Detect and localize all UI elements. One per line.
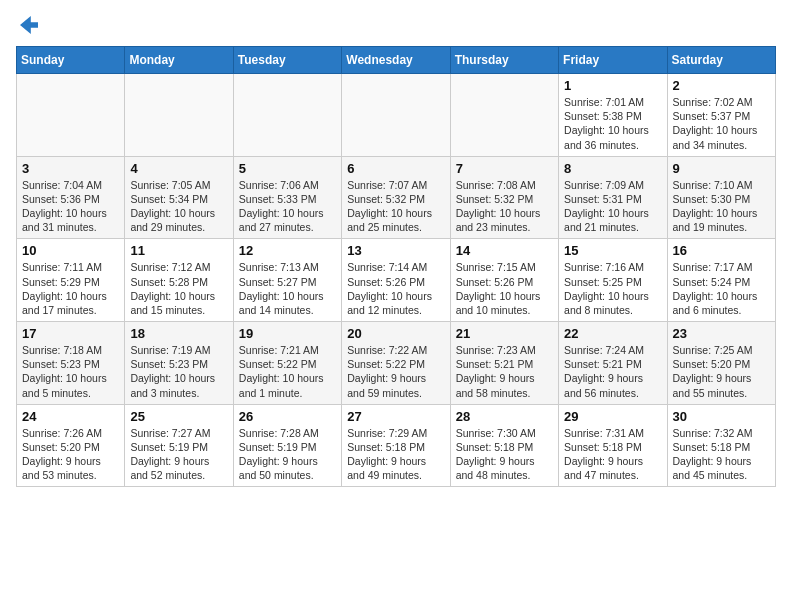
- calendar-cell: [17, 74, 125, 157]
- calendar-body: 1Sunrise: 7:01 AMSunset: 5:38 PMDaylight…: [17, 74, 776, 487]
- day-info: Sunrise: 7:21 AMSunset: 5:22 PMDaylight:…: [239, 343, 336, 400]
- calendar-cell: 30Sunrise: 7:32 AMSunset: 5:18 PMDayligh…: [667, 404, 775, 487]
- day-info: Sunrise: 7:22 AMSunset: 5:22 PMDaylight:…: [347, 343, 444, 400]
- day-number: 11: [130, 243, 227, 258]
- calendar-cell: 3Sunrise: 7:04 AMSunset: 5:36 PMDaylight…: [17, 156, 125, 239]
- day-number: 13: [347, 243, 444, 258]
- calendar-cell: 1Sunrise: 7:01 AMSunset: 5:38 PMDaylight…: [559, 74, 667, 157]
- calendar-cell: [125, 74, 233, 157]
- weekday-header: Thursday: [450, 47, 558, 74]
- calendar-cell: 28Sunrise: 7:30 AMSunset: 5:18 PMDayligh…: [450, 404, 558, 487]
- day-number: 14: [456, 243, 553, 258]
- calendar-cell: 27Sunrise: 7:29 AMSunset: 5:18 PMDayligh…: [342, 404, 450, 487]
- calendar-cell: 2Sunrise: 7:02 AMSunset: 5:37 PMDaylight…: [667, 74, 775, 157]
- calendar-cell: 23Sunrise: 7:25 AMSunset: 5:20 PMDayligh…: [667, 322, 775, 405]
- weekday-header: Saturday: [667, 47, 775, 74]
- day-info: Sunrise: 7:32 AMSunset: 5:18 PMDaylight:…: [673, 426, 770, 483]
- day-number: 18: [130, 326, 227, 341]
- calendar-header: SundayMondayTuesdayWednesdayThursdayFrid…: [17, 47, 776, 74]
- logo-icon: [20, 16, 38, 34]
- day-info: Sunrise: 7:07 AMSunset: 5:32 PMDaylight:…: [347, 178, 444, 235]
- calendar-cell: 15Sunrise: 7:16 AMSunset: 5:25 PMDayligh…: [559, 239, 667, 322]
- day-info: Sunrise: 7:13 AMSunset: 5:27 PMDaylight:…: [239, 260, 336, 317]
- calendar-cell: [233, 74, 341, 157]
- day-info: Sunrise: 7:16 AMSunset: 5:25 PMDaylight:…: [564, 260, 661, 317]
- day-info: Sunrise: 7:11 AMSunset: 5:29 PMDaylight:…: [22, 260, 119, 317]
- day-number: 5: [239, 161, 336, 176]
- day-info: Sunrise: 7:14 AMSunset: 5:26 PMDaylight:…: [347, 260, 444, 317]
- calendar-cell: 9Sunrise: 7:10 AMSunset: 5:30 PMDaylight…: [667, 156, 775, 239]
- day-info: Sunrise: 7:08 AMSunset: 5:32 PMDaylight:…: [456, 178, 553, 235]
- day-info: Sunrise: 7:04 AMSunset: 5:36 PMDaylight:…: [22, 178, 119, 235]
- day-info: Sunrise: 7:23 AMSunset: 5:21 PMDaylight:…: [456, 343, 553, 400]
- day-number: 3: [22, 161, 119, 176]
- day-number: 15: [564, 243, 661, 258]
- calendar-cell: 10Sunrise: 7:11 AMSunset: 5:29 PMDayligh…: [17, 239, 125, 322]
- weekday-header: Monday: [125, 47, 233, 74]
- calendar-cell: 19Sunrise: 7:21 AMSunset: 5:22 PMDayligh…: [233, 322, 341, 405]
- day-number: 1: [564, 78, 661, 93]
- day-info: Sunrise: 7:25 AMSunset: 5:20 PMDaylight:…: [673, 343, 770, 400]
- day-info: Sunrise: 7:29 AMSunset: 5:18 PMDaylight:…: [347, 426, 444, 483]
- logo: [16, 16, 38, 34]
- calendar-cell: 26Sunrise: 7:28 AMSunset: 5:19 PMDayligh…: [233, 404, 341, 487]
- calendar-cell: 11Sunrise: 7:12 AMSunset: 5:28 PMDayligh…: [125, 239, 233, 322]
- day-number: 28: [456, 409, 553, 424]
- day-info: Sunrise: 7:10 AMSunset: 5:30 PMDaylight:…: [673, 178, 770, 235]
- day-info: Sunrise: 7:19 AMSunset: 5:23 PMDaylight:…: [130, 343, 227, 400]
- day-number: 23: [673, 326, 770, 341]
- page-header: [16, 16, 776, 34]
- day-number: 22: [564, 326, 661, 341]
- day-info: Sunrise: 7:27 AMSunset: 5:19 PMDaylight:…: [130, 426, 227, 483]
- calendar-cell: [342, 74, 450, 157]
- calendar-cell: 24Sunrise: 7:26 AMSunset: 5:20 PMDayligh…: [17, 404, 125, 487]
- calendar-cell: 12Sunrise: 7:13 AMSunset: 5:27 PMDayligh…: [233, 239, 341, 322]
- day-number: 20: [347, 326, 444, 341]
- day-number: 17: [22, 326, 119, 341]
- day-info: Sunrise: 7:05 AMSunset: 5:34 PMDaylight:…: [130, 178, 227, 235]
- day-info: Sunrise: 7:30 AMSunset: 5:18 PMDaylight:…: [456, 426, 553, 483]
- calendar-cell: 29Sunrise: 7:31 AMSunset: 5:18 PMDayligh…: [559, 404, 667, 487]
- svg-marker-0: [20, 16, 38, 34]
- day-info: Sunrise: 7:28 AMSunset: 5:19 PMDaylight:…: [239, 426, 336, 483]
- day-info: Sunrise: 7:09 AMSunset: 5:31 PMDaylight:…: [564, 178, 661, 235]
- weekday-header: Friday: [559, 47, 667, 74]
- weekday-header: Sunday: [17, 47, 125, 74]
- calendar-cell: 7Sunrise: 7:08 AMSunset: 5:32 PMDaylight…: [450, 156, 558, 239]
- calendar-cell: 17Sunrise: 7:18 AMSunset: 5:23 PMDayligh…: [17, 322, 125, 405]
- calendar-cell: 18Sunrise: 7:19 AMSunset: 5:23 PMDayligh…: [125, 322, 233, 405]
- weekday-header: Wednesday: [342, 47, 450, 74]
- day-number: 2: [673, 78, 770, 93]
- day-number: 10: [22, 243, 119, 258]
- calendar-table: SundayMondayTuesdayWednesdayThursdayFrid…: [16, 46, 776, 487]
- calendar-cell: 16Sunrise: 7:17 AMSunset: 5:24 PMDayligh…: [667, 239, 775, 322]
- day-info: Sunrise: 7:31 AMSunset: 5:18 PMDaylight:…: [564, 426, 661, 483]
- calendar-cell: 14Sunrise: 7:15 AMSunset: 5:26 PMDayligh…: [450, 239, 558, 322]
- calendar-cell: [450, 74, 558, 157]
- day-info: Sunrise: 7:06 AMSunset: 5:33 PMDaylight:…: [239, 178, 336, 235]
- calendar-cell: 6Sunrise: 7:07 AMSunset: 5:32 PMDaylight…: [342, 156, 450, 239]
- day-info: Sunrise: 7:26 AMSunset: 5:20 PMDaylight:…: [22, 426, 119, 483]
- day-number: 12: [239, 243, 336, 258]
- calendar-cell: 20Sunrise: 7:22 AMSunset: 5:22 PMDayligh…: [342, 322, 450, 405]
- day-number: 19: [239, 326, 336, 341]
- day-number: 30: [673, 409, 770, 424]
- calendar-cell: 13Sunrise: 7:14 AMSunset: 5:26 PMDayligh…: [342, 239, 450, 322]
- day-info: Sunrise: 7:18 AMSunset: 5:23 PMDaylight:…: [22, 343, 119, 400]
- day-number: 24: [22, 409, 119, 424]
- day-number: 7: [456, 161, 553, 176]
- day-number: 27: [347, 409, 444, 424]
- day-info: Sunrise: 7:24 AMSunset: 5:21 PMDaylight:…: [564, 343, 661, 400]
- day-number: 21: [456, 326, 553, 341]
- calendar-cell: 25Sunrise: 7:27 AMSunset: 5:19 PMDayligh…: [125, 404, 233, 487]
- day-info: Sunrise: 7:17 AMSunset: 5:24 PMDaylight:…: [673, 260, 770, 317]
- calendar-cell: 8Sunrise: 7:09 AMSunset: 5:31 PMDaylight…: [559, 156, 667, 239]
- weekday-header: Tuesday: [233, 47, 341, 74]
- day-number: 16: [673, 243, 770, 258]
- day-number: 26: [239, 409, 336, 424]
- day-number: 8: [564, 161, 661, 176]
- calendar-cell: 5Sunrise: 7:06 AMSunset: 5:33 PMDaylight…: [233, 156, 341, 239]
- day-info: Sunrise: 7:01 AMSunset: 5:38 PMDaylight:…: [564, 95, 661, 152]
- day-number: 6: [347, 161, 444, 176]
- day-number: 4: [130, 161, 227, 176]
